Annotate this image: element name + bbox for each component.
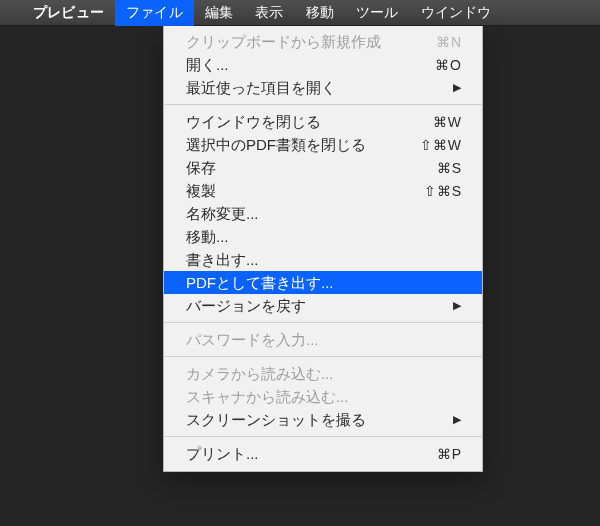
menu-item-row[interactable]: 書き出す...	[164, 248, 482, 271]
menu-item-shortcut: ⇧⌘S	[424, 184, 462, 198]
menubar-item[interactable]: ウインドウ	[410, 0, 503, 26]
menu-item-label: 開く...	[186, 57, 435, 72]
menu-item-shortcut: ⌘W	[433, 115, 462, 129]
submenu-arrow-icon: ▶	[453, 82, 462, 93]
file-menu-dropdown: クリップボードから新規作成⌘N開く...⌘O最近使った項目を開く▶ウインドウを閉…	[163, 26, 483, 472]
menu-item-label: 移動...	[186, 229, 462, 244]
menu-item-row[interactable]: 名称変更...	[164, 202, 482, 225]
menu-item-row[interactable]: 開く...⌘O	[164, 53, 482, 76]
menu-item-label: バージョンを戻す	[186, 298, 453, 313]
menu-item-shortcut: ⌘N	[436, 35, 462, 49]
menu-item-row[interactable]: プリント...⌘P	[164, 442, 482, 465]
menu-item-label: クリップボードから新規作成	[186, 34, 436, 49]
menu-item-label: スクリーンショットを撮る	[186, 412, 453, 427]
menu-item-row[interactable]: 複製⇧⌘S	[164, 179, 482, 202]
menu-item-label: 名称変更...	[186, 206, 462, 221]
menu-item-label: 選択中のPDF書類を閉じる	[186, 137, 420, 152]
menubar-item[interactable]: 編集	[194, 0, 244, 26]
menu-item-shortcut: ⇧⌘W	[420, 138, 462, 152]
menu-separator	[164, 104, 482, 105]
menu-separator	[164, 436, 482, 437]
menu-item-label: パスワードを入力...	[186, 332, 462, 347]
submenu-arrow-icon: ▶	[453, 414, 462, 425]
menu-item-row: クリップボードから新規作成⌘N	[164, 30, 482, 53]
menubar-item[interactable]: ファイル	[115, 0, 194, 26]
menu-item-row: カメラから読み込む...	[164, 362, 482, 385]
menubar-item[interactable]: 表示	[244, 0, 294, 26]
menu-item-row[interactable]: バージョンを戻す▶	[164, 294, 482, 317]
menu-item-label: 複製	[186, 183, 424, 198]
menu-item-row[interactable]: PDFとして書き出す...	[164, 271, 482, 294]
menubar-item[interactable]: 移動	[295, 0, 345, 26]
menu-item-row[interactable]: 選択中のPDF書類を閉じる⇧⌘W	[164, 133, 482, 156]
menu-item-row: スキャナから読み込む...	[164, 385, 482, 408]
menubar: プレビュー ファイル編集表示移動ツールウインドウ	[0, 0, 600, 26]
menu-item-label: 書き出す...	[186, 252, 462, 267]
menu-item-shortcut: ⌘S	[437, 161, 462, 175]
menu-separator	[164, 356, 482, 357]
menubar-item[interactable]: ツール	[345, 0, 410, 26]
menu-item-row[interactable]: ウインドウを閉じる⌘W	[164, 110, 482, 133]
menu-item-label: PDFとして書き出す...	[186, 275, 462, 290]
menu-item-row[interactable]: 移動...	[164, 225, 482, 248]
menu-separator	[164, 322, 482, 323]
menu-item-label: カメラから読み込む...	[186, 366, 462, 381]
menu-item-row: パスワードを入力...	[164, 328, 482, 351]
menu-item-label: スキャナから読み込む...	[186, 389, 462, 404]
menu-item-label: プリント...	[186, 446, 437, 461]
submenu-arrow-icon: ▶	[453, 300, 462, 311]
menu-item-label: ウインドウを閉じる	[186, 114, 433, 129]
menu-item-label: 最近使った項目を開く	[186, 80, 453, 95]
menu-item-shortcut: ⌘O	[435, 58, 462, 72]
menu-item-row[interactable]: 最近使った項目を開く▶	[164, 76, 482, 99]
menu-item-row[interactable]: スクリーンショットを撮る▶	[164, 408, 482, 431]
menu-item-shortcut: ⌘P	[437, 447, 462, 461]
menu-item-label: 保存	[186, 160, 437, 175]
menu-item-row[interactable]: 保存⌘S	[164, 156, 482, 179]
app-name-menu[interactable]: プレビュー	[22, 0, 115, 26]
